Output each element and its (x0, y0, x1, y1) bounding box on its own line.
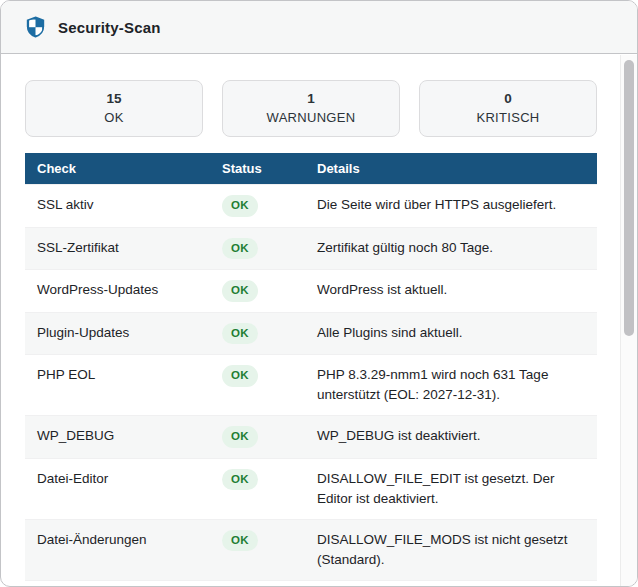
warnings-count: 1 (307, 90, 315, 108)
status-badge: OK (222, 530, 258, 552)
table-row: Security-Keys OK Alle 8 Security-Keys/Sa… (25, 580, 597, 587)
details-cell: Die Seite wird über HTTPS ausgeliefert. (305, 185, 597, 228)
status-cell: OK (210, 227, 305, 270)
details-cell: DISALLOW_FILE_MODS ist nicht gesetzt (St… (305, 519, 597, 580)
status-cell: OK (210, 580, 305, 587)
summary-card-critical: 0 KRITISCH (419, 80, 597, 137)
panel-header: Security-Scan (1, 1, 637, 54)
checks-table: Check Status Details SSL aktiv OK Die Se… (25, 153, 597, 587)
column-header-details: Details (305, 153, 597, 185)
status-badge: OK (222, 365, 258, 387)
details-cell: PHP 8.3.29-nmm1 wird noch 631 Tage unter… (305, 355, 597, 416)
check-name-cell: Security-Keys (25, 580, 210, 587)
column-header-status: Status (210, 153, 305, 185)
status-cell: OK (210, 519, 305, 580)
status-cell: OK (210, 355, 305, 416)
scrollbar-track[interactable] (620, 55, 637, 586)
status-badge: OK (222, 469, 258, 491)
status-badge: OK (222, 426, 258, 448)
details-cell: DISALLOW_FILE_EDIT ist gesetzt. Der Edit… (305, 458, 597, 519)
table-row: Plugin-Updates OK Alle Plugins sind aktu… (25, 312, 597, 355)
details-cell: Zertifikat gültig noch 80 Tage. (305, 227, 597, 270)
shield-icon (25, 16, 46, 38)
check-name-cell: Datei-Änderungen (25, 519, 210, 580)
table-header-row: Check Status Details (25, 153, 597, 185)
status-badge: OK (222, 238, 258, 260)
summary-card-warnings: 1 WARNUNGEN (222, 80, 400, 137)
table-row: Datei-Editor OK DISALLOW_FILE_EDIT ist g… (25, 458, 597, 519)
table-row: SSL-Zertifikat OK Zertifikat gültig noch… (25, 227, 597, 270)
status-cell: OK (210, 312, 305, 355)
summary-cards: 15 OK 1 WARNUNGEN 0 KRITISCH (25, 80, 597, 137)
details-cell: WP_DEBUG ist deaktiviert. (305, 416, 597, 459)
details-cell: Alle Plugins sind aktuell. (305, 312, 597, 355)
table-row: WordPress-Updates OK WordPress ist aktue… (25, 270, 597, 313)
status-badge: OK (222, 195, 258, 217)
table-row: Datei-Änderungen OK DISALLOW_FILE_MODS i… (25, 519, 597, 580)
warnings-label: WARNUNGEN (267, 109, 356, 127)
ok-count: 15 (106, 90, 121, 108)
panel-body: 15 OK 1 WARNUNGEN 0 KRITISCH Check Statu… (1, 54, 621, 587)
check-name-cell: WordPress-Updates (25, 270, 210, 313)
status-badge: OK (222, 280, 258, 302)
critical-label: KRITISCH (476, 109, 539, 127)
check-name-cell: WP_DEBUG (25, 416, 210, 459)
status-cell: OK (210, 185, 305, 228)
critical-count: 0 (504, 90, 512, 108)
table-row: SSL aktiv OK Die Seite wird über HTTPS a… (25, 185, 597, 228)
check-name-cell: PHP EOL (25, 355, 210, 416)
check-name-cell: Datei-Editor (25, 458, 210, 519)
status-cell: OK (210, 458, 305, 519)
table-row: PHP EOL OK PHP 8.3.29-nmm1 wird noch 631… (25, 355, 597, 416)
check-name-cell: SSL aktiv (25, 185, 210, 228)
security-scan-panel: Security-Scan 15 OK 1 WARNUNGEN 0 KRITIS… (0, 0, 638, 587)
status-badge: OK (222, 323, 258, 345)
summary-card-ok: 15 OK (25, 80, 203, 137)
status-cell: OK (210, 270, 305, 313)
ok-label: OK (104, 109, 123, 127)
column-header-check: Check (25, 153, 210, 185)
check-name-cell: SSL-Zertifikat (25, 227, 210, 270)
check-name-cell: Plugin-Updates (25, 312, 210, 355)
details-cell: WordPress ist aktuell. (305, 270, 597, 313)
panel-title: Security-Scan (58, 19, 161, 36)
table-row: WP_DEBUG OK WP_DEBUG ist deaktiviert. (25, 416, 597, 459)
scrollbar-thumb[interactable] (624, 60, 634, 336)
details-cell: Alle 8 Security-Keys/Salts sind definier… (305, 580, 597, 587)
status-cell: OK (210, 416, 305, 459)
